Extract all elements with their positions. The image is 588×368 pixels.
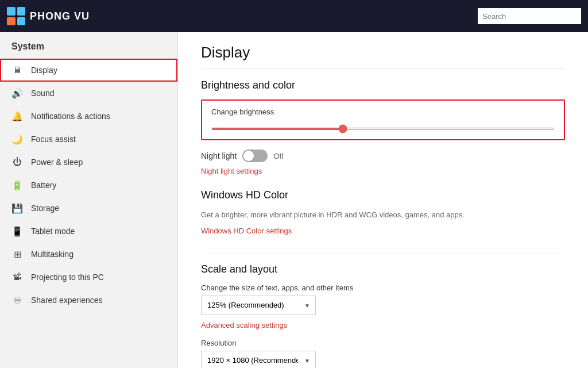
scale-dropdown[interactable]: 100% 125% (Recommended) 150% 175% — [201, 296, 316, 315]
night-light-settings-link[interactable]: Night light settings — [201, 167, 262, 175]
sidebar-item-label-notifications: Notifications & actions — [31, 112, 110, 121]
brand-name: PHONG VU — [30, 10, 90, 22]
sidebar-item-label-projecting: Projecting to this PC — [31, 273, 104, 282]
sidebar-item-label-shared-experiences: Shared experiences — [31, 296, 103, 305]
brightness-slider[interactable] — [211, 128, 555, 130]
resolution-label: Resolution — [201, 339, 565, 347]
night-light-toggle[interactable] — [242, 150, 268, 162]
resolution-dropdown-wrapper: 1920 × 1080 (Recommended) 1280 × 720 102… — [201, 351, 316, 369]
sidebar-item-label-battery: Battery — [31, 181, 56, 190]
scale-layout-heading: Scale and layout — [201, 263, 565, 275]
sidebar-item-sound[interactable]: 🔊 Sound — [0, 82, 177, 105]
sidebar-item-storage[interactable]: 💾 Storage — [0, 197, 177, 220]
search-input[interactable] — [478, 8, 581, 24]
hd-color-link[interactable]: Windows HD Color settings — [201, 227, 292, 235]
hd-color-desc: Get a brighter, more vibrant picture in … — [201, 209, 565, 221]
focus-assist-icon: 🌙 — [11, 133, 23, 145]
sidebar-item-display[interactable]: 🖥 Display — [0, 59, 177, 82]
main-content: System 🖥 Display 🔊 Sound 🔔 Notifications… — [0, 32, 588, 368]
page-title: Display — [201, 32, 565, 69]
sidebar-item-projecting[interactable]: 📽 Projecting to this PC — [0, 266, 177, 289]
storage-icon: 💾 — [11, 202, 23, 214]
top-bar: PHONG VU — [0, 0, 588, 32]
logo-box: PHONG VU — [7, 7, 90, 25]
shared-experiences-icon: ♾ — [11, 294, 23, 306]
sidebar-header: System — [0, 37, 177, 59]
power-sleep-icon: ⏻ — [11, 156, 23, 168]
advanced-scaling-link[interactable]: Advanced scaling settings — [201, 321, 287, 329]
battery-icon: 🔋 — [11, 179, 23, 191]
sidebar-item-battery[interactable]: 🔋 Battery — [0, 174, 177, 197]
tablet-mode-icon: 📱 — [11, 225, 23, 237]
night-light-row: Night light Off — [201, 150, 565, 162]
logo-icon — [7, 7, 25, 25]
sidebar-item-multitasking[interactable]: ⊞ Multitasking — [0, 243, 177, 266]
scale-dropdown-wrapper: 100% 125% (Recommended) 150% 175% ▼ — [201, 296, 316, 315]
sound-icon: 🔊 — [11, 87, 23, 99]
brightness-label: Change brightness — [211, 108, 555, 116]
sidebar-item-power-sleep[interactable]: ⏻ Power & sleep — [0, 151, 177, 174]
scale-label: Change the size of text, apps, and other… — [201, 283, 565, 292]
night-light-state: Off — [273, 152, 283, 160]
sidebar-item-focus-assist[interactable]: 🌙 Focus assist — [0, 128, 177, 151]
multitasking-icon: ⊞ — [11, 248, 23, 260]
display-icon: 🖥 — [11, 64, 23, 76]
section-divider — [201, 254, 565, 254]
sidebar: System 🖥 Display 🔊 Sound 🔔 Notifications… — [0, 32, 178, 368]
brightness-color-heading: Brightness and color — [201, 79, 565, 91]
sidebar-item-label-multitasking: Multitasking — [31, 250, 74, 259]
notifications-icon: 🔔 — [11, 110, 23, 122]
sidebar-item-label-tablet-mode: Tablet mode — [31, 227, 75, 236]
sidebar-item-label-power-sleep: Power & sleep — [31, 158, 83, 167]
projecting-icon: 📽 — [11, 271, 23, 283]
sidebar-item-label-storage: Storage — [31, 204, 59, 213]
sidebar-item-label-focus-assist: Focus assist — [31, 135, 76, 144]
sidebar-item-notifications[interactable]: 🔔 Notifications & actions — [0, 105, 177, 128]
night-light-label: Night light — [201, 151, 237, 160]
sidebar-item-label-sound: Sound — [31, 89, 54, 98]
sidebar-item-tablet-mode[interactable]: 📱 Tablet mode — [0, 220, 177, 243]
resolution-dropdown[interactable]: 1920 × 1080 (Recommended) 1280 × 720 102… — [201, 351, 316, 369]
sidebar-item-shared-experiences[interactable]: ♾ Shared experiences — [0, 289, 177, 312]
sidebar-item-label-display: Display — [31, 66, 57, 75]
hd-color-heading: Windows HD Color — [201, 189, 565, 201]
right-panel: Display Brightness and color Change brig… — [178, 32, 588, 368]
brightness-box: Change brightness — [201, 99, 565, 140]
